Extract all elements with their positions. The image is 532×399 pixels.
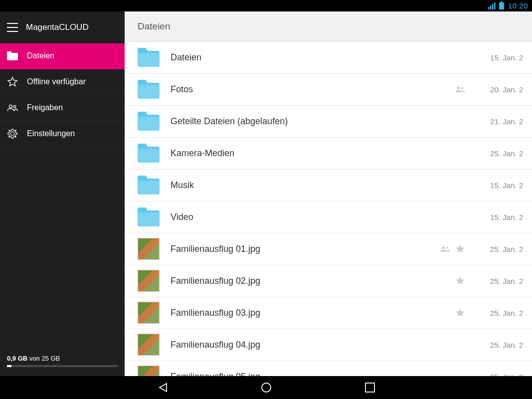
folder-icon	[138, 78, 160, 100]
svg-rect-7	[7, 27, 18, 28]
file-name: Geteilte Dateien (abgelaufen)	[171, 116, 470, 127]
storage-total: 25 GB	[41, 355, 60, 362]
sidebar-item-dateien[interactable]: Dateien	[0, 43, 125, 69]
file-row[interactable]: Musik15. Jan. 2	[125, 170, 532, 201]
file-list: Dateien15. Jan. 2Fotos20. Jan. 2Geteilte…	[125, 42, 532, 376]
sidebar-item-label: Freigaben	[27, 103, 63, 112]
signal-icon	[488, 1, 496, 9]
file-name: Familienausflug 02.jpg	[171, 276, 455, 286]
svg-point-11	[457, 87, 460, 89]
file-date: 25. Jan. 2	[490, 309, 523, 317]
sidebar-nav: Dateien Offline verfügbar Freigaben	[0, 43, 125, 350]
sidebar: MagentaCLOUD Dateien Offline verfügbar	[0, 11, 125, 376]
storage-sep: von	[27, 355, 41, 362]
file-meta: 25. Jan. 2	[470, 149, 523, 158]
sidebar-header: MagentaCLOUD	[0, 11, 125, 43]
star-icon[interactable]	[455, 276, 465, 286]
folder-icon	[138, 206, 160, 228]
file-date: 25. Jan. 2	[490, 245, 523, 253]
file-date: 25. Jan. 2	[490, 149, 523, 158]
file-date: 21. Jan. 2	[490, 117, 523, 126]
file-date: 25. Jan. 2	[490, 341, 523, 349]
recent-button[interactable]	[363, 381, 377, 395]
status-bar: 10:20	[0, 0, 532, 11]
android-navbar	[0, 376, 532, 399]
file-row[interactable]: Familienausflug 03.jpg25. Jan. 2	[125, 297, 532, 329]
sidebar-item-freigaben[interactable]: Freigaben	[0, 95, 125, 121]
image-thumbnail	[138, 334, 160, 356]
image-thumbnail	[138, 302, 160, 324]
storage-used: 0,9 GB	[7, 355, 27, 362]
file-meta: 21. Jan. 2	[470, 117, 523, 126]
content-title: Dateien	[125, 11, 532, 42]
star-icon[interactable]	[455, 244, 465, 254]
svg-point-14	[446, 247, 448, 249]
shared-icon	[455, 84, 465, 94]
back-button[interactable]	[156, 381, 170, 395]
file-name: Musik	[171, 180, 470, 191]
file-name: Familienausflug 03.jpg	[171, 308, 455, 318]
file-name: Familienausflug 05.jpg	[171, 372, 470, 376]
battery-icon	[499, 1, 504, 9]
file-meta: 25. Jan. 2	[470, 341, 523, 349]
people-icon	[7, 102, 18, 113]
content: Dateien Dateien15. Jan. 2Fotos20. Jan. 2…	[125, 11, 532, 376]
image-thumbnail	[138, 366, 160, 376]
sidebar-item-einstellungen[interactable]: Einstellungen	[0, 121, 125, 147]
file-name: Kamera-Medien	[171, 148, 470, 159]
storage-bar	[7, 365, 118, 367]
file-row[interactable]: Familienausflug 02.jpg25. Jan. 2	[125, 265, 532, 297]
svg-point-10	[13, 106, 16, 108]
svg-rect-3	[494, 2, 496, 9]
file-date: 25. Jan. 2	[490, 373, 523, 376]
file-name: Dateien	[171, 52, 470, 63]
file-name: Familienausflug 04.jpg	[171, 340, 470, 350]
file-row[interactable]: Video15. Jan. 2	[125, 201, 532, 233]
file-name: Fotos	[171, 84, 455, 95]
file-row[interactable]: Familienausflug 04.jpg25. Jan. 2	[125, 329, 532, 361]
file-date: 15. Jan. 2	[490, 213, 523, 221]
sidebar-item-offline[interactable]: Offline verfügbar	[0, 69, 125, 95]
image-thumbnail	[138, 238, 160, 260]
file-row[interactable]: Kamera-Medien25. Jan. 2	[125, 138, 532, 170]
file-row[interactable]: Familienausflug 01.jpg25. Jan. 2	[125, 233, 532, 265]
svg-rect-16	[365, 383, 374, 392]
file-meta: 20. Jan. 2	[455, 84, 523, 94]
hamburger-icon[interactable]	[7, 22, 18, 33]
file-date: 25. Jan. 2	[490, 277, 523, 285]
file-date: 15. Jan. 2	[490, 53, 523, 62]
storage-bar-fill	[7, 365, 11, 367]
file-date: 20. Jan. 2	[490, 85, 523, 94]
file-name: Familienausflug 01.jpg	[171, 244, 440, 254]
svg-rect-8	[7, 31, 18, 32]
sidebar-item-label: Einstellungen	[27, 129, 75, 138]
file-name: Video	[171, 212, 470, 222]
folder-icon	[138, 46, 160, 68]
folder-icon	[138, 110, 160, 132]
file-row[interactable]: Geteilte Dateien (abgelaufen)21. Jan. 2	[125, 106, 532, 138]
svg-point-13	[442, 246, 445, 249]
file-meta: 25. Jan. 2	[455, 276, 523, 286]
app-title: MagentaCLOUD	[26, 22, 89, 32]
svg-rect-4	[501, 1, 503, 2]
file-meta: 25. Jan. 2	[470, 373, 523, 376]
svg-point-9	[9, 105, 12, 108]
file-meta: 25. Jan. 2	[455, 308, 523, 318]
file-row[interactable]: Dateien15. Jan. 2	[125, 42, 532, 74]
star-icon[interactable]	[455, 308, 465, 318]
svg-point-15	[262, 383, 271, 392]
svg-rect-2	[492, 4, 494, 9]
file-meta: 15. Jan. 2	[470, 213, 523, 221]
folder-icon	[138, 174, 160, 196]
sidebar-item-label: Offline verfügbar	[27, 77, 86, 86]
file-meta: 15. Jan. 2	[470, 53, 523, 62]
folder-icon	[7, 50, 18, 61]
status-time: 10:20	[508, 1, 528, 10]
file-row[interactable]: Familienausflug 05.jpg25. Jan. 2	[125, 361, 532, 376]
storage-text: 0,9 GB von 25 GB	[7, 355, 118, 362]
file-row[interactable]: Fotos20. Jan. 2	[125, 74, 532, 106]
home-button[interactable]	[259, 381, 273, 395]
svg-rect-0	[488, 7, 490, 9]
svg-rect-1	[490, 5, 492, 9]
svg-rect-6	[7, 23, 18, 24]
